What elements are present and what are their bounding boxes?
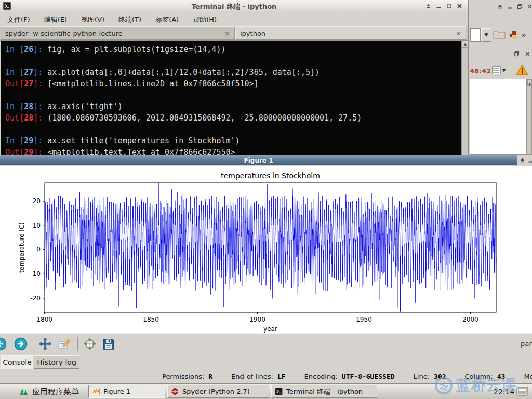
terminal-blank-line — [5, 55, 461, 66]
svg-text:0: 0 — [36, 246, 41, 253]
terminal-line: Out[27]: [<matplotlib.lines.Line2D at 0x… — [5, 78, 461, 89]
applications-menu-label: 应用程序菜单 — [32, 387, 79, 397]
statusbar: Permissions:R End-of-lines:LF Encoding:U… — [0, 369, 532, 383]
figure-shade-button[interactable] — [520, 157, 525, 164]
tab-history-log[interactable]: History log — [34, 355, 79, 369]
nav-forward-button[interactable] — [14, 337, 28, 351]
python-icon[interactable] — [509, 30, 520, 42]
figure-icon — [92, 388, 100, 395]
menu-terminal[interactable]: 终端(T) — [118, 15, 141, 24]
svg-text:10: 10 — [33, 222, 41, 229]
svg-text:-20: -20 — [30, 295, 41, 302]
spyder-pane-scrollbar[interactable]: ▲ — [527, 79, 532, 155]
tray-keyboard-icon[interactable] — [516, 386, 529, 398]
spyder-combo-field[interactable] — [470, 28, 481, 42]
spyder-close-button[interactable] — [526, 3, 532, 10]
terminal-minimize-button[interactable] — [435, 3, 442, 9]
toolbar-overflow-button[interactable]: » — [522, 31, 526, 39]
svg-text:temperatures in Stockholm: temperatures in Stockholm — [221, 171, 320, 180]
configure-subplots-button[interactable] — [83, 337, 97, 351]
toolbar-mode-label: pan/zoom — [521, 340, 532, 348]
terminal-menubar: 文件(F) 编辑(E) 视图(V) 终端(T) 标签(A) 帮助(H) — [0, 13, 468, 26]
status-memory: Memory:40 % — [524, 373, 532, 380]
terminal-output[interactable]: In [26]: fig, ax = plt.subplots(figsize=… — [1, 41, 461, 165]
combo-dropdown-button[interactable]: ▼ — [481, 28, 491, 42]
tab-close-icon[interactable]: × — [224, 30, 230, 37]
status-column: Column:43 — [465, 373, 506, 380]
list-icon — [492, 66, 501, 74]
menu-help[interactable]: 帮助(H) — [193, 15, 217, 24]
spyder-icon — [171, 388, 179, 395]
taskbar-button-spyder[interactable]: Spyder (Python 2.7) — [167, 385, 269, 398]
figure-plot: 20100-10-2018001850190019502000temperatu… — [0, 166, 532, 333]
chevron-down-icon: ▼ — [502, 68, 506, 73]
terminal-scrollbar[interactable]: ▲ — [461, 41, 468, 165]
pan-button[interactable] — [38, 337, 52, 351]
taskbar-button-label: Figure 1 — [103, 388, 130, 395]
menu-view[interactable]: 视图(V) — [81, 15, 104, 24]
outline-list-button[interactable]: ▼ — [492, 66, 506, 74]
scroll-up-arrow-icon[interactable]: ▲ — [527, 79, 532, 86]
svg-text:-10: -10 — [30, 270, 41, 277]
terminal-line: In [28]: ax.axis('tight') — [5, 101, 461, 112]
terminal-window-title: Terminal 终端 - ipython — [0, 2, 468, 11]
status-eol: End-of-lines:LF — [231, 373, 285, 380]
spyder-shade-button[interactable] — [496, 3, 503, 10]
terminal-titlebar[interactable]: Terminal 终端 - ipython — [0, 0, 468, 12]
desktop: Terminal 终端 - ipython 文件(F) 编辑(E) 视图(V) … — [0, 0, 532, 399]
open-folder-button[interactable] — [493, 29, 506, 43]
menu-file[interactable]: 文件(F) — [7, 15, 30, 24]
taskbar-button-figure[interactable]: Figure 1 — [88, 385, 165, 398]
terminal-window: Terminal 终端 - ipython 文件(F) 编辑(E) 视图(V) … — [0, 0, 469, 165]
tab-spyder-lecture[interactable]: spyder -w scientific-python-lecture × — [1, 26, 235, 40]
menu-edit[interactable]: 编辑(E) — [44, 15, 67, 24]
tab-console[interactable]: Console — [1, 355, 33, 369]
terminal-blank-line — [5, 124, 461, 135]
figure-titlebar-controls — [517, 155, 532, 165]
warning-icon — [516, 64, 528, 77]
taskbar-button-label: Spyder (Python 2.7) — [182, 388, 250, 395]
scroll-up-arrow-icon[interactable]: ▲ — [462, 41, 469, 48]
terminal-line: In [29]: ax.set_title('temperatures in S… — [5, 135, 461, 147]
taskbar-button-terminal[interactable]: Terminal 终端 - ipython — [271, 385, 377, 398]
tab-close-icon[interactable]: × — [456, 30, 461, 37]
terminal-line: In [26]: fig, ax = plt.subplots(figsize=… — [5, 44, 461, 55]
taskbar: 应用程序菜单 Figure 1 Spyder (Python 2.7) Term… — [0, 383, 532, 399]
spyder-restore-button[interactable] — [516, 3, 523, 10]
terminal-tabbar: spyder -w scientific-python-lecture × ip… — [0, 26, 468, 41]
svg-text:temperature (C): temperature (C) — [18, 222, 25, 273]
figure-titlebar[interactable]: Figure 1 — [0, 155, 517, 165]
clock: 22:14 — [494, 388, 514, 396]
tab-spyder-label: spyder -w scientific-python-lecture — [5, 30, 123, 37]
spyder-editor-pane — [470, 79, 527, 155]
menu-tabs[interactable]: 标签(A) — [155, 15, 179, 24]
terminal-icon — [275, 388, 283, 395]
figure-minimize-button[interactable] — [528, 157, 532, 164]
spyder-minimize-button[interactable] — [506, 3, 513, 10]
status-line: Line:302 — [414, 373, 446, 380]
tab-ipython[interactable]: ipython × — [235, 26, 466, 40]
nav-back-button[interactable] — [0, 337, 7, 351]
figure-window-title: Figure 1 — [0, 157, 517, 164]
save-button[interactable] — [102, 337, 115, 351]
elapsed-timer: 48:42 — [470, 67, 491, 75]
pane-undock-button[interactable] — [513, 50, 520, 57]
terminal-close-button[interactable] — [456, 3, 463, 9]
pane-close-button[interactable] — [524, 50, 531, 57]
status-permissions: Permissions:R — [162, 373, 212, 380]
applications-menu-icon — [18, 387, 28, 397]
spyder-bottom-panel: Console History log Permissions:R End-of… — [0, 354, 532, 383]
figure-canvas[interactable]: 20100-10-2018001850190019502000temperatu… — [0, 166, 532, 333]
svg-text:year: year — [263, 325, 277, 332]
matplotlib-toolbar: pan/zoom — [0, 333, 532, 354]
terminal-maximize-button[interactable] — [445, 3, 453, 9]
terminal-line: In [27]: ax.plot(data[:,0]+data[:,1]/12.… — [5, 66, 461, 78]
status-encoding: Encoding:UTF-8-GUESSED — [304, 373, 395, 380]
svg-text:1950: 1950 — [356, 316, 372, 323]
svg-text:1850: 1850 — [143, 316, 159, 323]
terminal-shade-button[interactable] — [424, 3, 432, 9]
zoom-rect-button[interactable] — [58, 337, 71, 351]
taskbar-button-label: Terminal 终端 - ipython — [286, 387, 363, 396]
svg-text:2000: 2000 — [462, 316, 478, 323]
applications-menu-button[interactable]: 应用程序菜单 — [0, 384, 87, 399]
